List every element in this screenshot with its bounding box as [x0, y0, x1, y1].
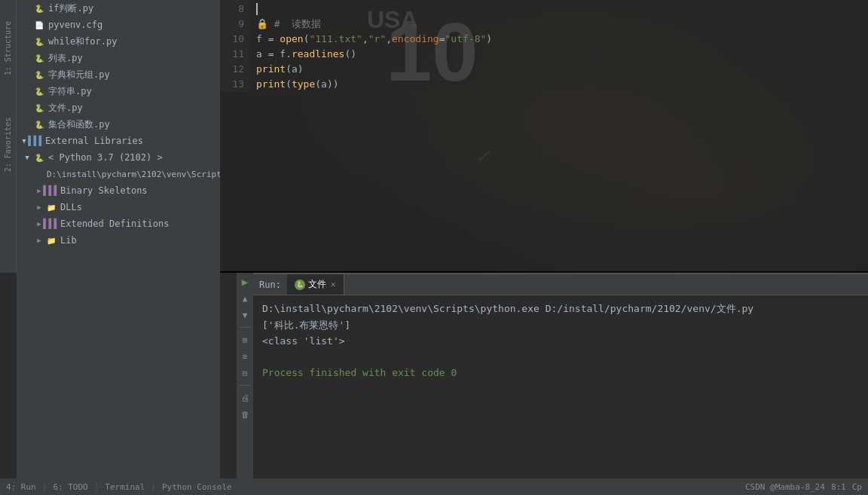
fn-readlines: readlines [292, 47, 344, 62]
py-file-icon6: 🐍 [33, 102, 45, 114]
sidebar-item-external-libs[interactable]: ▼ ▌▌▌ External Libraries [17, 133, 220, 149]
console-area: Run: 🐍 文件 ✕ D:\install\pycharm\2102\venv… [253, 274, 868, 495]
sidebar-item-lib[interactable]: ▶ 📁 Lib [17, 232, 220, 249]
python37-label: < Python 3.7 (2102) > [48, 152, 163, 163]
spacer-icon5 [23, 70, 32, 79]
lib-folder-icon: 📁 [45, 234, 57, 246]
cfg-file-icon: 📄 [33, 19, 45, 31]
play-btn[interactable]: ▶ [239, 276, 251, 288]
code-line-10[interactable]: f = open ( "111.txt" , "r" , encoding = … [256, 32, 868, 47]
print-btn[interactable]: 🖨 [239, 392, 251, 404]
text-cursor [256, 3, 258, 15]
sidebar-item-string[interactable]: 🐍 字符串.py [17, 83, 220, 99]
sidebar-item-file[interactable]: 🐍 文件.py [17, 99, 220, 116]
sidebar-item-dict[interactable]: 🐍 字典和元组.py [17, 66, 220, 83]
sidebar-item-pyvenv[interactable]: 📄 pyvenv.cfg [17, 17, 220, 33]
console-line-1: D:\install\pycharm\2102\venv\Scripts\pyt… [262, 301, 859, 316]
console-line-4: Process finished with exit code 0 [262, 365, 859, 380]
set-label: 集合和函数.py [48, 118, 110, 131]
favorites-label: 2: Favorites [2, 112, 14, 178]
project-sidebar: 🐍 if判断.py 📄 pyvenv.cfg 🐍 while和for.py 🐍 … [17, 0, 220, 495]
str-111: "111.txt" [309, 32, 362, 47]
scroll-up-btn[interactable]: ▲ [239, 292, 251, 304]
run-tab[interactable]: 🐍 文件 ✕ [287, 274, 344, 295]
ext-defs-icon: ▌▌▌ [45, 218, 57, 230]
list-btn[interactable]: ≡ [239, 350, 251, 362]
csdn-watermark: CSDN @Mamba-8_24 [745, 482, 825, 492]
structure-label: 1: Structure [2, 15, 14, 81]
spacer-icon3 [23, 37, 32, 46]
code-line-13[interactable]: print ( type ( a )) [256, 77, 868, 92]
delete-btn[interactable]: 🗑 [239, 408, 251, 420]
while-label: while和for.py [48, 35, 117, 48]
tab-close-btn[interactable]: ✕ [331, 280, 336, 289]
code-line-11[interactable]: a = f . readlines () [256, 47, 868, 62]
structure-panel-btn[interactable]: 1: Structure [0, 15, 17, 81]
str-utf8: "utf-8" [445, 32, 487, 47]
sidebar-item-while[interactable]: 🐍 while和for.py [17, 33, 220, 50]
grid-btn[interactable]: ⊞ [239, 334, 251, 346]
py-file-icon7: 🐍 [33, 118, 45, 130]
filter-btn[interactable]: ⊟ [239, 367, 251, 379]
code-line-12[interactable]: print ( a ) [256, 62, 868, 77]
fn-type: type [292, 77, 315, 92]
sidebar-item-list[interactable]: 🐍 列表.py [17, 50, 220, 66]
py-file-icon5: 🐍 [33, 85, 45, 97]
status-tab4[interactable]: Python Console [162, 482, 232, 492]
punct-paren4: ) [298, 62, 304, 77]
status-bar: 4: Run | 6: TODO | Terminal | Python Con… [0, 478, 868, 495]
bottom-toolbar: ▶ ▲ ▼ ⊞ ≡ ⊟ 🖨 🗑 [237, 273, 253, 478]
code-line-9[interactable]: 🔒 # 读数据 [256, 17, 868, 32]
scroll-down-btn[interactable]: ▼ [239, 309, 251, 321]
lib-label: Lib [60, 235, 77, 246]
sidebar-item-extended-defs[interactable]: ▶ ▌▌▌ Extended Definitions [17, 215, 220, 232]
code-line-8[interactable] [256, 2, 868, 17]
console-line-2: ['科比.布莱恩特'] [262, 318, 859, 333]
sidebar-item-python37[interactable]: ▼ 🐍 < Python 3.7 (2102) > [17, 149, 220, 166]
extended-defs-label: Extended Definitions [60, 218, 170, 229]
exec-path: D:\install\pycharm\2102\venv\Scripts\pyt… [262, 303, 753, 314]
dlls-arrow-icon: ▶ [35, 203, 44, 212]
status-tab3[interactable]: Terminal [105, 482, 145, 492]
sidebar-item-python-path: D:\install\pycharm\2102\venv\Scripts\pyt… [17, 166, 220, 182]
process-finished: Process finished with exit code 0 [262, 367, 457, 378]
status-right: CSDN @Mamba-8_24 8:1 Cp [745, 482, 862, 492]
spacer-icon2 [23, 20, 32, 29]
py-file-icon: 🐍 [33, 2, 45, 14]
sidebar-item-set[interactable]: 🐍 集合和函数.py [17, 116, 220, 133]
run-icon: 🐍 [296, 281, 304, 288]
expand-arrow-icon2: ▼ [23, 153, 32, 162]
python-path-label: D:\install\pycharm\2102\venv\Scripts\pyt… [47, 170, 220, 179]
encoding-label: Cp [852, 482, 862, 492]
punct-paren6: ( [315, 77, 321, 92]
str-r: "r" [368, 32, 386, 47]
py-file-icon2: 🐍 [33, 35, 45, 47]
status-tab2[interactable]: 6: TODO [53, 482, 87, 492]
left-panel-bar: 1: Structure 2: Favorites [0, 0, 17, 273]
status-tab1[interactable]: 4: Run [6, 482, 36, 492]
bars-icon: ▌▌▌ [30, 135, 42, 147]
sidebar-item-binary[interactable]: ▶ ▌▌▌ Binary Skeletons [17, 182, 220, 199]
pyvenv-label: pyvenv.cfg [48, 20, 102, 30]
var-a3: a [321, 77, 327, 92]
punct-eq3: = [262, 47, 280, 62]
dict-label: 字典和元组.py [48, 69, 110, 81]
punct-comma1: , [362, 32, 368, 47]
skeleton-icon: ▌▌▌ [45, 185, 57, 197]
spacer-icon4 [23, 53, 32, 63]
editor-area: 10 USA ✓ 8 9 10 11 12 13 [220, 0, 868, 495]
spacer-icon6 [23, 87, 32, 96]
spacer-icon7 [23, 103, 32, 112]
punct-dot: . [286, 47, 292, 62]
favorites-panel-btn[interactable]: 2: Favorites [0, 112, 17, 178]
bottom-tabs: Run: 🐍 文件 ✕ [253, 274, 868, 295]
sidebar-item-dlls[interactable]: ▶ 📁 DLLs [17, 199, 220, 215]
python-lib-icon: 🐍 [33, 151, 45, 163]
var-f: f [256, 32, 262, 47]
console-output: D:\install\pycharm\2102\venv\Scripts\pyt… [253, 295, 868, 387]
sidebar-item-if[interactable]: 🐍 if判断.py [17, 0, 220, 17]
punct-empty-call: () [344, 47, 356, 62]
fn-print1: print [256, 62, 286, 77]
divider1 [240, 327, 250, 328]
file-tree: 🐍 if判断.py 📄 pyvenv.cfg 🐍 while和for.py 🐍 … [17, 0, 220, 495]
